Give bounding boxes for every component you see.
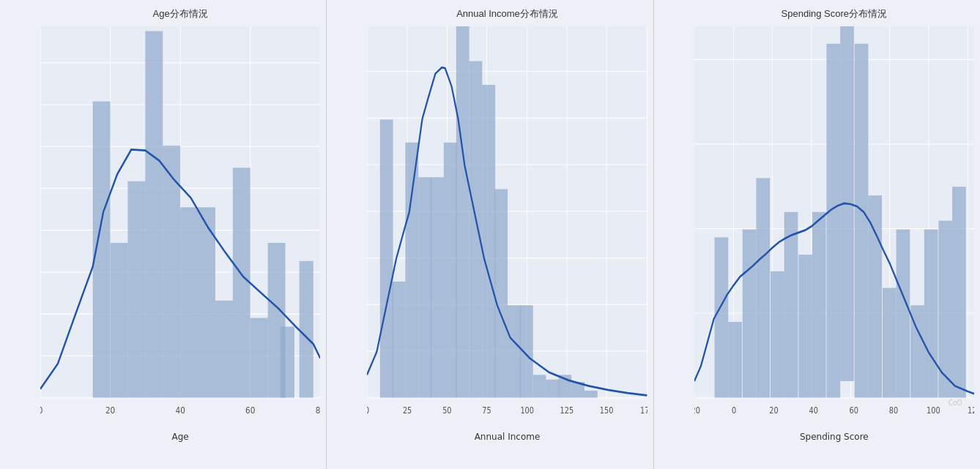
svg-rect-16 bbox=[111, 243, 128, 398]
svg-text:CoO: CoO bbox=[948, 399, 962, 408]
svg-text:25: 25 bbox=[403, 405, 412, 416]
svg-text:80: 80 bbox=[889, 405, 899, 416]
svg-text:125: 125 bbox=[560, 405, 574, 416]
svg-rect-65 bbox=[456, 26, 469, 398]
svg-text:75: 75 bbox=[483, 405, 491, 416]
income-chart-title: Annual Income分布情況 bbox=[367, 7, 647, 20]
svg-rect-59 bbox=[380, 119, 393, 397]
age-chart-area: 0 0.005 0.010 0.015 0.020 0.025 0.030 0.… bbox=[40, 26, 320, 421]
income-chart-area: 0.000 0.002 0.004 0.006 0.008 0.010 0.01… bbox=[367, 26, 647, 421]
svg-text:100: 100 bbox=[521, 405, 535, 416]
svg-rect-111 bbox=[784, 212, 798, 398]
svg-text:150: 150 bbox=[600, 405, 614, 416]
svg-rect-110 bbox=[771, 271, 784, 398]
age-chart-panel: Age分布情況 bbox=[0, 0, 326, 469]
income-chart-svg: 0.000 0.002 0.004 0.006 0.008 0.010 0.01… bbox=[367, 26, 647, 421]
svg-rect-118 bbox=[883, 288, 897, 397]
svg-rect-107 bbox=[728, 322, 742, 398]
svg-text:-20: -20 bbox=[694, 405, 700, 416]
svg-rect-69 bbox=[508, 305, 521, 397]
age-x-label: Age bbox=[40, 432, 320, 442]
svg-rect-17 bbox=[127, 181, 145, 398]
svg-rect-62 bbox=[419, 177, 432, 397]
svg-text:60: 60 bbox=[245, 406, 255, 416]
svg-rect-21 bbox=[198, 207, 215, 397]
svg-rect-113 bbox=[812, 212, 826, 398]
income-chart-panel: Annual Income分布情況 bbox=[326, 0, 653, 469]
svg-rect-108 bbox=[742, 230, 756, 398]
svg-rect-24 bbox=[250, 318, 268, 398]
svg-rect-112 bbox=[798, 255, 812, 397]
svg-rect-63 bbox=[431, 177, 444, 397]
income-x-label: Annual Income bbox=[367, 432, 647, 442]
svg-rect-75 bbox=[584, 391, 598, 398]
svg-rect-70 bbox=[520, 305, 533, 397]
spending-chart-title: Spending Score分布情況 bbox=[694, 7, 974, 20]
svg-text:50: 50 bbox=[442, 405, 452, 416]
svg-text:20: 20 bbox=[769, 405, 779, 416]
charts-container: Age分布情況 bbox=[0, 0, 980, 469]
svg-rect-114 bbox=[826, 44, 840, 398]
svg-rect-27 bbox=[300, 261, 313, 398]
svg-rect-20 bbox=[180, 207, 198, 397]
svg-rect-64 bbox=[444, 143, 457, 398]
svg-rect-72 bbox=[546, 380, 560, 398]
svg-text:0: 0 bbox=[40, 406, 42, 416]
svg-text:60: 60 bbox=[849, 405, 858, 416]
svg-text:175: 175 bbox=[640, 405, 647, 416]
svg-rect-22 bbox=[215, 301, 233, 398]
svg-rect-23 bbox=[233, 168, 250, 397]
svg-rect-26 bbox=[281, 326, 294, 397]
age-chart-title: Age分布情況 bbox=[40, 7, 320, 20]
svg-rect-60 bbox=[393, 282, 406, 398]
svg-text:80: 80 bbox=[316, 406, 321, 416]
svg-rect-68 bbox=[495, 189, 508, 397]
svg-rect-66 bbox=[469, 61, 483, 398]
svg-rect-67 bbox=[483, 85, 496, 398]
spending-chart-panel: Spending Score分布情況 bbox=[653, 0, 980, 469]
svg-rect-117 bbox=[868, 195, 882, 397]
svg-text:100: 100 bbox=[927, 405, 940, 416]
svg-text:40: 40 bbox=[809, 405, 818, 416]
svg-rect-116 bbox=[854, 44, 868, 398]
svg-text:120: 120 bbox=[968, 405, 974, 416]
svg-rect-109 bbox=[756, 178, 770, 397]
spending-x-label: Spending Score bbox=[694, 432, 974, 442]
svg-rect-121 bbox=[924, 230, 938, 398]
svg-rect-119 bbox=[896, 230, 910, 398]
svg-text:0: 0 bbox=[367, 405, 369, 416]
svg-rect-106 bbox=[714, 237, 728, 397]
svg-rect-71 bbox=[533, 375, 546, 397]
svg-rect-18 bbox=[145, 31, 163, 397]
svg-text:20: 20 bbox=[105, 406, 115, 416]
svg-text:0: 0 bbox=[732, 405, 736, 416]
age-chart-svg: 0 0.005 0.010 0.015 0.020 0.025 0.030 0.… bbox=[40, 26, 320, 421]
spending-chart-area: 0 0.005 0.010 0.015 0.020 -20 0 20 40 60… bbox=[694, 26, 974, 421]
svg-rect-61 bbox=[406, 143, 419, 398]
svg-rect-123 bbox=[952, 187, 966, 397]
spending-chart-svg: 0 0.005 0.010 0.015 0.020 -20 0 20 40 60… bbox=[694, 26, 974, 421]
svg-text:40: 40 bbox=[175, 406, 185, 416]
